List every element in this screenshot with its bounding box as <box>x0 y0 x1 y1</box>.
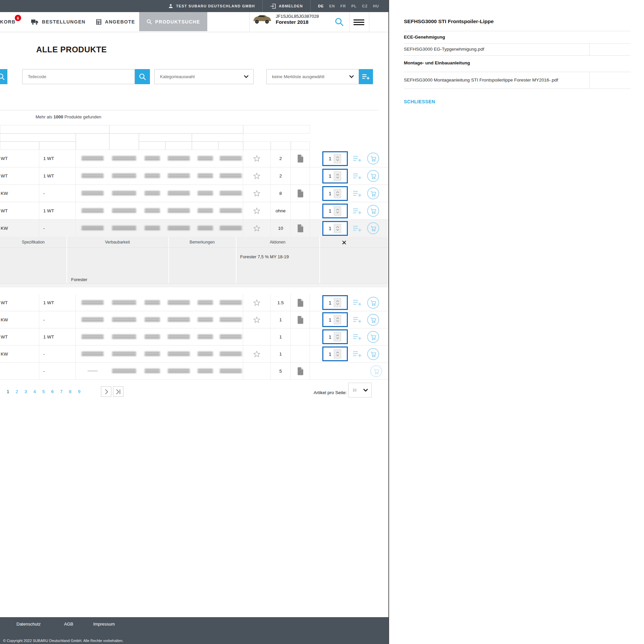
favorite-star-icon[interactable] <box>253 316 261 324</box>
page-link-9[interactable]: 9 <box>78 389 80 394</box>
product-row[interactable]: WT 1 WT 2 1 <box>0 167 388 185</box>
add-merkliste-button[interactable] <box>359 69 373 84</box>
nav-warenkorb[interactable]: KORB <box>0 12 15 32</box>
nav-angebote[interactable]: ANGEBOTE <box>96 12 135 32</box>
vehicle-search-icon[interactable] <box>335 17 344 28</box>
per-page-select[interactable]: 10 <box>348 383 372 397</box>
quantity-stepper[interactable]: 1 <box>322 204 348 218</box>
add-to-merkliste-icon[interactable] <box>353 350 362 358</box>
product-row[interactable]: WT 1 WT 2 1 <box>0 150 388 167</box>
add-to-merkliste-icon[interactable] <box>353 172 362 180</box>
quantity-stepper-arrows[interactable] <box>334 332 341 341</box>
quantity-stepper-arrows[interactable] <box>334 171 341 181</box>
favorite-star-icon[interactable] <box>253 172 261 180</box>
add-to-merkliste-icon[interactable] <box>353 316 362 323</box>
quantity-stepper-arrows[interactable] <box>334 349 341 359</box>
nav-produktsuche-active-tab[interactable]: PRODUKTSUCHE <box>139 12 207 31</box>
favorite-star-icon[interactable] <box>253 155 261 162</box>
favorite-star-icon[interactable] <box>253 299 261 307</box>
last-page-button[interactable] <box>113 386 123 397</box>
pdf-file-name[interactable]: SEFHSG3000 EG-Typgenehmigung.pdf <box>404 47 484 52</box>
quantity-stepper[interactable]: 1 <box>322 186 348 201</box>
panel-close-link[interactable]: SCHLIESSEN <box>404 99 435 104</box>
add-to-cart-icon[interactable] <box>367 170 379 182</box>
quantity-stepper-arrows[interactable] <box>334 315 341 324</box>
page-link-7[interactable]: 7 <box>60 389 63 394</box>
product-row[interactable]: WT 1 WT 1.5 1 <box>0 294 388 311</box>
quantity-stepper-arrows[interactable] <box>334 206 341 216</box>
teilecode-search-button[interactable] <box>135 69 150 84</box>
document-icon[interactable] <box>297 299 304 307</box>
add-to-merkliste-icon[interactable] <box>353 299 362 306</box>
search-button-left-cut[interactable] <box>0 69 7 84</box>
language-de[interactable]: DE <box>318 4 324 8</box>
product-row[interactable]: KW - 8 1 <box>0 185 388 202</box>
quantity-stepper-arrows[interactable] <box>334 298 341 307</box>
document-icon[interactable] <box>297 316 304 324</box>
quantity-stepper[interactable]: 1 <box>322 312 348 327</box>
footer-link-impressum[interactable]: Impressum <box>93 622 115 627</box>
page-link-2[interactable]: 2 <box>16 389 18 394</box>
quantity-stepper[interactable]: 1 <box>322 221 348 236</box>
product-row[interactable]: KW - 1 1 <box>0 345 388 363</box>
quantity-stepper-arrows[interactable] <box>334 224 341 233</box>
quantity-stepper-arrows[interactable] <box>334 189 341 198</box>
add-to-cart-icon[interactable] <box>367 187 379 200</box>
logout-button[interactable]: ABMELDEN <box>270 4 303 9</box>
language-cz[interactable]: CZ <box>362 4 368 8</box>
product-row[interactable]: WT 1 WT 1 1 <box>0 328 388 345</box>
product-row[interactable]: WT 1 WT ohne 1 <box>0 202 388 220</box>
next-page-button[interactable] <box>101 386 111 397</box>
favorite-star-icon[interactable] <box>253 190 261 197</box>
favorite-star-icon[interactable] <box>253 224 261 232</box>
quantity-stepper[interactable]: 1 <box>322 329 348 344</box>
product-row[interactable]: KW - 1 1 <box>0 311 388 328</box>
teilecode-input[interactable] <box>22 74 135 79</box>
product-row[interactable]: KW - 10 1 <box>0 220 388 237</box>
product-row[interactable]: - 5 <box>0 363 388 380</box>
vehicle-info[interactable]: JF1SJGL85JG387028 Forester 2018 <box>251 13 319 25</box>
add-to-merkliste-icon[interactable] <box>353 207 362 215</box>
footer-link-datenschutz[interactable]: Datenschutz <box>16 622 41 627</box>
add-to-cart-icon[interactable] <box>367 152 379 165</box>
quantity-stepper[interactable]: 1 <box>322 151 348 166</box>
add-to-cart-icon[interactable] <box>367 205 379 217</box>
merkliste-select[interactable]: keine Merkliste ausgewählt <box>266 69 359 84</box>
nav-bestellungen[interactable]: BESTELLUNGEN <box>31 12 86 32</box>
favorite-star-icon[interactable] <box>253 350 261 358</box>
language-hu[interactable]: HU <box>373 4 379 8</box>
footer-link-agb[interactable]: AGB <box>64 622 73 627</box>
pdf-file-name[interactable]: SEFHSG3000 Montageanleitung STI Frontspo… <box>404 77 558 83</box>
page-link-1[interactable]: 1 <box>7 389 9 394</box>
language-pl[interactable]: PL <box>351 4 357 8</box>
add-to-merkliste-icon[interactable] <box>353 333 362 340</box>
close-detail-icon[interactable]: ✕ <box>341 239 347 246</box>
add-to-merkliste-icon[interactable] <box>353 190 362 197</box>
quantity-stepper-arrows[interactable] <box>334 154 341 163</box>
kategorie-select[interactable]: Kategorieauswahl <box>154 69 254 84</box>
add-to-cart-icon[interactable] <box>367 222 379 234</box>
quantity-stepper[interactable]: 1 <box>322 169 348 183</box>
page-link-8[interactable]: 8 <box>69 389 72 394</box>
page-link-3[interactable]: 3 <box>24 389 27 394</box>
page-link-6[interactable]: 6 <box>51 389 54 394</box>
document-icon[interactable] <box>297 154 304 163</box>
add-to-cart-icon[interactable] <box>367 331 379 343</box>
add-to-cart-icon[interactable] <box>367 297 379 309</box>
add-to-cart-icon-disabled[interactable] <box>370 365 382 377</box>
document-icon[interactable] <box>297 224 304 232</box>
document-icon[interactable] <box>297 189 304 198</box>
quantity-stepper[interactable]: 1 <box>322 346 348 361</box>
add-to-merkliste-icon[interactable] <box>353 155 362 162</box>
add-to-cart-icon[interactable] <box>367 314 379 326</box>
language-fr[interactable]: FR <box>340 4 346 8</box>
page-link-5[interactable]: 5 <box>42 389 45 394</box>
favorite-star-icon[interactable] <box>253 207 261 215</box>
document-icon[interactable] <box>297 367 304 375</box>
page-link-4[interactable]: 4 <box>34 389 36 394</box>
quantity-stepper[interactable]: 1 <box>322 295 348 310</box>
hamburger-menu-icon[interactable] <box>354 18 364 26</box>
language-en[interactable]: EN <box>329 4 335 8</box>
add-to-cart-icon[interactable] <box>367 348 379 360</box>
add-to-merkliste-icon[interactable] <box>353 225 362 232</box>
